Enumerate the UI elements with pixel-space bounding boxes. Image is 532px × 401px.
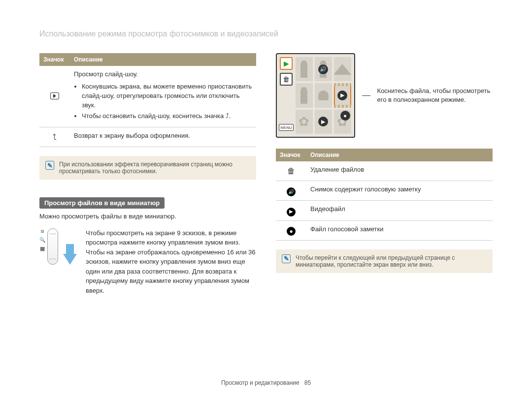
table-row: ● Файл голосовой заметки bbox=[276, 220, 493, 240]
back-icon bbox=[53, 133, 57, 141]
page-title: Использование режима просмотра фотоснимк… bbox=[39, 30, 493, 38]
right-th-desc: Описание bbox=[306, 149, 493, 161]
mic-icon: ● bbox=[340, 111, 350, 121]
right-desc: Удаление файлов bbox=[306, 161, 493, 181]
left-icon-table: Значок Описание Просмотр слайд-шоу. Косн… bbox=[39, 53, 256, 147]
thumb-howto-text: Чтобы просмотреть на экране 9 эскизов, в… bbox=[86, 228, 256, 296]
left-th-desc: Описание bbox=[70, 53, 256, 66]
footer-chapter: Просмотр и редактирование bbox=[221, 379, 299, 386]
strip-delete-button[interactable]: 🗑 bbox=[280, 73, 293, 86]
callout-text: Коснитесь файла, чтобы просмотреть его в… bbox=[377, 87, 493, 104]
speaker-icon: 🔊 bbox=[318, 64, 328, 74]
thumb-intro: Можно просмотреть файлы в виде миниатюр. bbox=[39, 212, 256, 221]
play-icon: ▶ bbox=[318, 117, 328, 126]
down-arrow-icon bbox=[63, 254, 77, 265]
zoom-illustration: ⧈ 🔍 ▦ bbox=[39, 228, 77, 265]
table-row: Возврат к экрану выбора оформления. bbox=[39, 127, 256, 147]
right-desc: Видеофайл bbox=[306, 201, 493, 220]
page-footer: Просмотр и редактирование 85 bbox=[0, 379, 532, 386]
thumb-cell[interactable] bbox=[296, 57, 313, 81]
note-icon: ✎ bbox=[45, 161, 54, 170]
table-row: Просмотр слайд-шоу. Коснувшись экрана, в… bbox=[39, 66, 256, 127]
thumb-cell[interactable] bbox=[334, 57, 351, 81]
table-row: ▶ Видеофайл bbox=[276, 201, 493, 220]
footer-page-number: 85 bbox=[304, 379, 311, 386]
zoom-in-icon: ⧈ bbox=[41, 228, 44, 234]
slideshow-icon bbox=[50, 93, 59, 99]
thumb-cell[interactable]: ✿● bbox=[334, 110, 351, 134]
table-row: Удаление файлов bbox=[276, 161, 493, 181]
thumb-cell[interactable] bbox=[296, 83, 313, 107]
thumb-cell[interactable] bbox=[315, 83, 332, 107]
thumbnail-screen: ▶ 🗑 MENU 🔊 ▶ ✿ ▶ ✿● bbox=[276, 53, 355, 138]
play-icon: ▶ bbox=[337, 91, 347, 100]
magnifier-icon: 🔍 bbox=[39, 237, 45, 243]
play-icon: ▶ bbox=[287, 208, 296, 216]
thumb-cell-selected[interactable]: ▶ bbox=[334, 83, 351, 107]
thumb-cell[interactable]: ✿ bbox=[296, 110, 313, 134]
callout-leader bbox=[362, 95, 370, 96]
thumb-heading: Просмотр файлов в виде миниатюр bbox=[39, 197, 165, 209]
zoom-control bbox=[47, 228, 58, 265]
slideshow-headline: Просмотр слайд-шоу. bbox=[74, 70, 138, 78]
right-desc: Снимок содержит голосовую заметку bbox=[306, 181, 493, 201]
thumb-cell[interactable]: 🔊 bbox=[315, 57, 332, 81]
left-note-text: При использовании эффекта переворачивани… bbox=[59, 161, 250, 175]
back-desc: Возврат к экрану выбора оформления. bbox=[70, 127, 256, 147]
strip-menu-button[interactable]: MENU bbox=[279, 124, 294, 131]
note-icon: ✎ bbox=[282, 254, 291, 263]
right-desc: Файл голосовой заметки bbox=[306, 220, 493, 240]
thumb-cell[interactable]: ▶ bbox=[315, 110, 332, 134]
zoom-out-icon: ▦ bbox=[40, 246, 45, 252]
bullet-text: Чтобы остановить слайд-шоу, коснитесь зн… bbox=[82, 112, 252, 121]
right-note: ✎ Чтобы перейти к следующей или предыдущ… bbox=[276, 249, 493, 273]
right-th-icon: Значок bbox=[276, 149, 306, 161]
mic-icon: ● bbox=[287, 227, 296, 236]
bullet-text: Коснувшись экрана, вы можете временно пр… bbox=[82, 82, 252, 110]
right-icon-table: Значок Описание Удаление файлов 🔊 Снимок… bbox=[276, 149, 493, 241]
speaker-icon: 🔊 bbox=[287, 187, 296, 196]
table-row: 🔊 Снимок содержит голосовую заметку bbox=[276, 181, 493, 201]
right-note-text: Чтобы перейти к следующей или предыдущей… bbox=[296, 254, 487, 268]
strip-play-button[interactable]: ▶ bbox=[280, 57, 293, 70]
left-th-icon: Значок bbox=[39, 53, 70, 66]
trash-icon bbox=[287, 165, 295, 177]
left-note: ✎ При использовании эффекта переворачива… bbox=[39, 156, 256, 180]
